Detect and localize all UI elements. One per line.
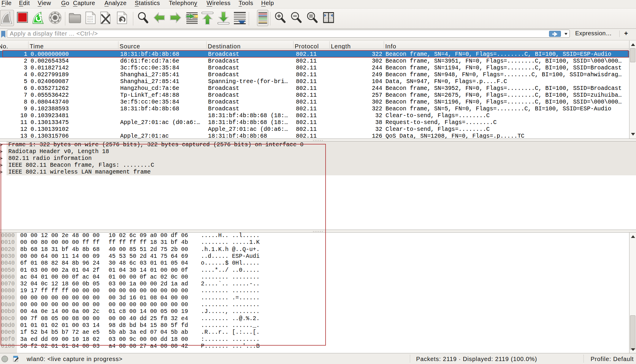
svg-text:0111: 0111 bbox=[87, 20, 93, 23]
